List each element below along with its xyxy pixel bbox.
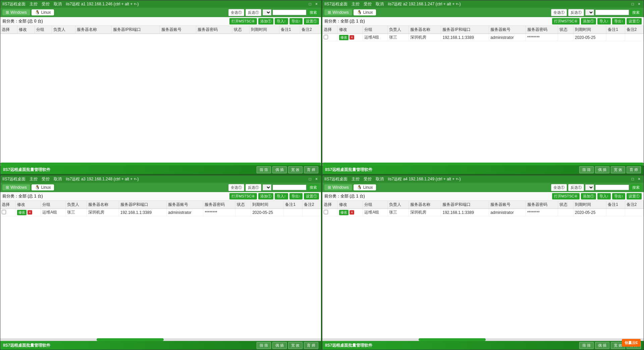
bottom-btn-1[interactable]: 偶 插 [595, 166, 609, 173]
import-button[interactable]: 导入↑ [275, 193, 288, 199]
search-input[interactable] [273, 10, 306, 15]
nav-item-受控[interactable]: 受控 [362, 1, 373, 7]
instance-info: iis7远程 a2 192.168.1.247 (ctrl + alt + +-… [388, 1, 461, 7]
category-action-bar: 前分类：全部 (总 1 台)打开MSTSC④添加①导入↑导出↑设置① [322, 17, 644, 26]
import-button[interactable]: 导入↑ [597, 193, 611, 199]
bottom-btn-1[interactable]: 偶 插 [595, 342, 609, 349]
tab-linux[interactable]: 🐧Linux [354, 184, 376, 190]
nav-item-取消[interactable]: 取消 [374, 176, 385, 182]
close-button[interactable]: × [637, 2, 642, 6]
bottom-btn-3[interactable]: 育 师 [304, 342, 318, 349]
settings-button[interactable]: 设置① [304, 193, 319, 199]
search-button[interactable]: 搜索 [308, 9, 319, 16]
minimize-button[interactable]: □ [308, 177, 313, 181]
nav-item-取消[interactable]: 取消 [52, 1, 63, 7]
search-input[interactable] [595, 185, 629, 190]
row-checkbox[interactable] [324, 210, 328, 214]
table-header: 选择 [0, 26, 17, 34]
tab-windows[interactable]: ⊞Windows [324, 184, 352, 190]
search-button[interactable]: 搜索 [308, 184, 319, 191]
horizontal-scrollbar[interactable] [0, 163, 321, 165]
nav-item-主控[interactable]: 主控 [350, 176, 361, 182]
bottom-bar-title: IIS7远程桌面批量管理软件 [3, 167, 50, 173]
delete-button[interactable]: × [350, 210, 354, 215]
search-button[interactable]: 搜索 [630, 184, 642, 191]
add-button[interactable]: 添加① [581, 193, 596, 199]
bottom-btn-1[interactable]: 偶 插 [272, 342, 287, 349]
minimize-button[interactable]: □ [308, 2, 313, 6]
select-all-button[interactable]: 全选① [551, 184, 567, 191]
bottom-btn-2[interactable]: 宽 效 [288, 342, 303, 349]
row-checkbox[interactable] [2, 210, 6, 214]
horizontal-scrollbar[interactable] [322, 338, 644, 341]
bottom-btn-0[interactable]: 筛 筛 [579, 166, 594, 173]
tab-windows[interactable]: ⊞Windows [2, 9, 30, 15]
delete-button[interactable]: × [28, 210, 32, 215]
minimize-button[interactable]: □ [630, 177, 635, 181]
close-button[interactable]: × [314, 177, 319, 181]
close-button[interactable]: × [637, 177, 642, 181]
nav-item-取消[interactable]: 取消 [52, 176, 63, 182]
bottom-btn-0[interactable]: 筛 筛 [579, 342, 594, 349]
search-select[interactable] [263, 184, 271, 190]
horizontal-scrollbar[interactable] [322, 163, 644, 165]
tab-windows[interactable]: ⊞Windows [2, 184, 30, 190]
horizontal-scrollbar[interactable] [0, 338, 321, 341]
export-button[interactable]: 导出↑ [289, 193, 303, 199]
search-select[interactable] [263, 9, 271, 15]
add-button[interactable]: 添加① [258, 18, 273, 24]
edit-button[interactable]: 修改 [17, 210, 26, 215]
invert-select-button[interactable]: 反选① [568, 9, 584, 16]
search-select[interactable] [585, 9, 594, 15]
search-select[interactable] [585, 184, 594, 190]
nav-item-受控[interactable]: 受控 [40, 1, 51, 7]
nav-item-主控[interactable]: 主控 [28, 1, 39, 7]
tab-linux[interactable]: 🐧Linux [32, 9, 54, 15]
select-all-button[interactable]: 全选① [551, 9, 567, 16]
invert-select-button[interactable]: 反选① [246, 184, 261, 191]
edit-button[interactable]: 修改 [339, 35, 348, 40]
open-mstsc-button[interactable]: 打开MSTSC④ [552, 193, 580, 199]
tab-windows[interactable]: ⊞Windows [324, 9, 352, 15]
nav-item-取消[interactable]: 取消 [374, 1, 385, 7]
close-button[interactable]: × [314, 2, 319, 6]
open-mstsc-button[interactable]: 打开MSTSC④ [552, 18, 580, 24]
bottom-btn-0[interactable]: 筛 筛 [257, 166, 271, 173]
search-input[interactable] [273, 185, 306, 190]
bottom-btn-3[interactable]: 育 师 [304, 166, 318, 173]
invert-select-button[interactable]: 反选① [568, 184, 584, 191]
edit-button[interactable]: 修改 [339, 210, 348, 215]
tab-linux[interactable]: 🐧Linux [354, 9, 376, 15]
nav-item-主控[interactable]: 主控 [350, 1, 361, 7]
search-input[interactable] [595, 10, 629, 15]
select-all-button[interactable]: 全选① [228, 184, 244, 191]
nav-item-受控[interactable]: 受控 [40, 176, 51, 182]
bottom-btn-3[interactable]: 育 师 [627, 166, 641, 173]
settings-button[interactable]: 设置① [627, 193, 642, 199]
export-button[interactable]: 导出↑ [612, 193, 626, 199]
nav-item-主控[interactable]: 主控 [28, 176, 39, 182]
bottom-btn-2[interactable]: 宽 效 [288, 166, 303, 173]
add-button[interactable]: 添加① [581, 18, 596, 24]
add-button[interactable]: 添加① [258, 193, 273, 199]
import-button[interactable]: 导入↑ [275, 18, 288, 24]
row-checkbox[interactable] [324, 35, 328, 39]
export-button[interactable]: 导出↑ [289, 18, 303, 24]
minimize-button[interactable]: □ [630, 2, 635, 6]
table-cell: ******** [526, 34, 558, 41]
invert-select-button[interactable]: 反选① [246, 9, 261, 16]
bottom-btn-0[interactable]: 筛 筛 [257, 342, 271, 349]
open-mstsc-button[interactable]: 打开MSTSC④ [229, 18, 257, 24]
import-button[interactable]: 导入↑ [597, 18, 611, 24]
bottom-btn-2[interactable]: 宽 效 [611, 166, 625, 173]
settings-button[interactable]: 设置① [304, 18, 319, 24]
search-button[interactable]: 搜索 [630, 9, 642, 16]
export-button[interactable]: 导出↑ [612, 18, 626, 24]
settings-button[interactable]: 设置① [627, 18, 642, 24]
select-all-button[interactable]: 全选① [228, 9, 244, 16]
delete-button[interactable]: × [350, 35, 354, 40]
open-mstsc-button[interactable]: 打开MSTSC④ [229, 193, 257, 199]
bottom-btn-1[interactable]: 偶 插 [272, 166, 287, 173]
nav-item-受控[interactable]: 受控 [362, 176, 373, 182]
tab-linux[interactable]: 🐧Linux [32, 184, 54, 190]
